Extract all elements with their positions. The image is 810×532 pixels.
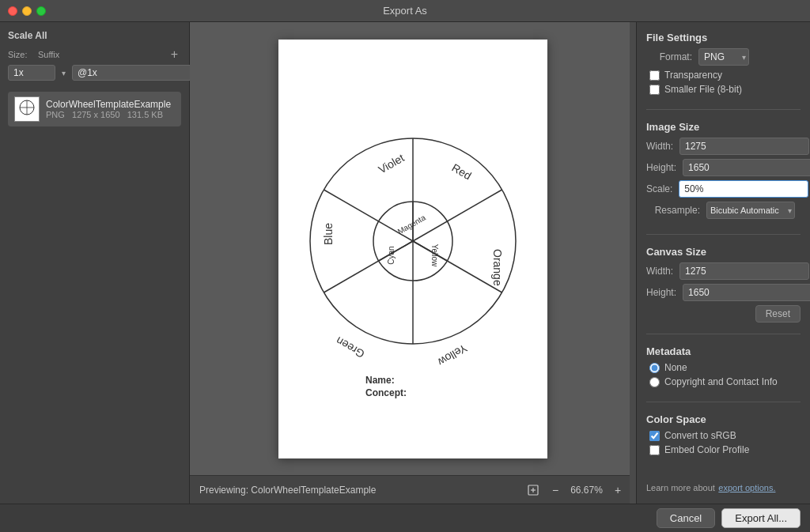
image-size-header: Image Size: [646, 121, 801, 133]
scale-input[interactable]: [8, 65, 55, 81]
copyright-radio[interactable]: [649, 377, 660, 387]
resample-select-wrapper[interactable]: Bicubic Automatic Bicubic Smoother Bicub…: [706, 202, 795, 219]
add-scale-button[interactable]: +: [168, 47, 181, 62]
color-wheel-svg: Violet Red Orange Yellow Green Blue Mage…: [294, 67, 532, 431]
title-bar: Export As: [0, 0, 810, 22]
svg-text:Green: Green: [334, 334, 367, 360]
svg-text:Yellow: Yellow: [435, 341, 469, 368]
right-panel: File Settings Format: PNG JPG GIF SVG PD…: [636, 22, 810, 504]
scale-input-right[interactable]: [679, 180, 808, 198]
convert-srgb-row[interactable]: Convert to sRGB: [646, 430, 801, 441]
svg-line-14: [379, 241, 413, 261]
svg-text:Orange: Orange: [491, 249, 504, 286]
window-controls[interactable]: [8, 6, 46, 16]
suffix-input[interactable]: [72, 65, 202, 81]
file-info: ColorWheelTemplateExample PNG 1275 x 165…: [46, 99, 171, 119]
window-title: Export As: [383, 5, 427, 17]
resample-select[interactable]: Bicubic Automatic Bicubic Smoother Bicub…: [706, 202, 795, 219]
format-label: Format:: [646, 51, 692, 62]
width-label: Width:: [646, 141, 673, 152]
format-select[interactable]: PNG JPG GIF SVG PDF WEBP: [698, 48, 749, 66]
embed-profile-checkbox[interactable]: [649, 445, 660, 455]
svg-text:Concept:: Concept:: [365, 387, 407, 398]
svg-text:Cyan: Cyan: [387, 246, 396, 264]
metadata-section: Metadata None Copyright and Contact Info: [646, 345, 801, 391]
bottom-bar: Cancel Export All...: [0, 504, 810, 532]
none-label: None: [664, 362, 687, 373]
zoom-value: 66.67%: [569, 485, 604, 496]
cancel-button[interactable]: Cancel: [657, 508, 715, 528]
divider-4: [646, 402, 801, 402]
smaller-file-label: Smaller File (8-bit): [664, 84, 742, 95]
zoom-out-button[interactable]: −: [547, 481, 564, 499]
svg-text:Magenta: Magenta: [396, 213, 428, 236]
divider-1: [646, 109, 801, 110]
preview-label: Previewing: ColorWheelTemplateExample: [199, 485, 376, 496]
scale-dropdown-icon[interactable]: ▾: [62, 66, 66, 79]
color-space-section: Color Space Convert to sRGB Embed Color …: [646, 413, 801, 458]
smaller-file-row[interactable]: Smaller File (8-bit): [646, 84, 801, 95]
preview-paper: Violet Red Orange Yellow Green Blue Mage…: [278, 40, 547, 458]
embed-profile-label: Embed Color Profile: [664, 444, 749, 455]
export-button[interactable]: Export All...: [721, 508, 801, 528]
scale-label: Scale:: [646, 183, 672, 194]
export-options-text: Learn more about: [646, 483, 715, 492]
export-options-link[interactable]: export options.: [718, 483, 775, 492]
svg-text:Blue: Blue: [322, 222, 335, 244]
canvas-height-label: Height:: [646, 287, 676, 298]
canvas-area: Violet Red Orange Yellow Green Blue Mage…: [190, 22, 636, 504]
scale-all-header: Scale All: [8, 30, 181, 41]
edit-icon-button[interactable]: [524, 481, 542, 499]
convert-srgb-label: Convert to sRGB: [664, 430, 736, 441]
canvas-height-input[interactable]: [683, 284, 810, 301]
size-label: Size:: [8, 50, 32, 59]
smaller-file-checkbox[interactable]: [649, 85, 660, 95]
reset-button[interactable]: Reset: [755, 305, 801, 323]
close-button[interactable]: [8, 6, 17, 16]
embed-profile-row[interactable]: Embed Color Profile: [646, 444, 801, 455]
canvas-size-section: Canvas Size Width: px Height: px Reset: [646, 246, 801, 323]
file-meta: PNG 1275 x 1650 131.5 KB: [46, 110, 171, 119]
file-name: ColorWheelTemplateExample: [46, 99, 171, 110]
suffix-label: Suffix: [38, 50, 161, 59]
image-size-section: Image Size Width: px Height: px Scale: ▾: [646, 121, 801, 223]
svg-text:Yellow: Yellow: [430, 243, 439, 266]
canvas-size-header: Canvas Size: [646, 246, 801, 258]
convert-srgb-checkbox[interactable]: [649, 431, 660, 441]
copyright-radio-row[interactable]: Copyright and Contact Info: [646, 376, 801, 387]
height-label: Height:: [646, 162, 676, 173]
canvas-width-input[interactable]: [679, 262, 809, 280]
canvas-width-label: Width:: [646, 266, 673, 277]
copyright-label: Copyright and Contact Info: [664, 376, 778, 387]
svg-line-7: [413, 190, 502, 241]
svg-text:Name:: Name:: [365, 375, 395, 386]
canvas-content: Violet Red Orange Yellow Green Blue Mage…: [190, 22, 636, 475]
minimize-button[interactable]: [22, 6, 32, 16]
maximize-button[interactable]: [36, 6, 46, 16]
none-radio[interactable]: [649, 363, 660, 373]
width-input[interactable]: [679, 138, 809, 155]
left-panel: Scale All Size: Suffix + ▾ ColorWheelTem…: [0, 22, 190, 504]
canvas-footer: Previewing: ColorWheelTemplateExample − …: [190, 475, 636, 504]
transparency-checkbox[interactable]: [649, 70, 660, 81]
none-radio-row[interactable]: None: [646, 362, 801, 373]
transparency-row[interactable]: Transparency: [646, 70, 801, 81]
file-settings-section: File Settings Format: PNG JPG GIF SVG PD…: [646, 32, 801, 98]
resample-label: Resample:: [646, 205, 700, 216]
divider-3: [646, 334, 801, 334]
svg-text:Red: Red: [450, 160, 474, 182]
format-select-wrapper[interactable]: PNG JPG GIF SVG PDF WEBP: [698, 48, 749, 66]
zoom-controls[interactable]: − 66.67% +: [524, 481, 626, 499]
metadata-header: Metadata: [646, 345, 801, 357]
scroll-bar-right[interactable]: [630, 22, 636, 475]
transparency-label: Transparency: [664, 70, 722, 81]
color-space-header: Color Space: [646, 413, 801, 425]
zoom-in-button[interactable]: +: [609, 481, 626, 499]
file-thumbnail: [14, 96, 40, 122]
height-input[interactable]: [683, 159, 810, 176]
file-item: ColorWheelTemplateExample PNG 1275 x 165…: [8, 92, 181, 126]
svg-text:Violet: Violet: [377, 151, 407, 175]
svg-line-13: [413, 241, 447, 261]
file-settings-header: File Settings: [646, 32, 801, 43]
divider-2: [646, 234, 801, 235]
